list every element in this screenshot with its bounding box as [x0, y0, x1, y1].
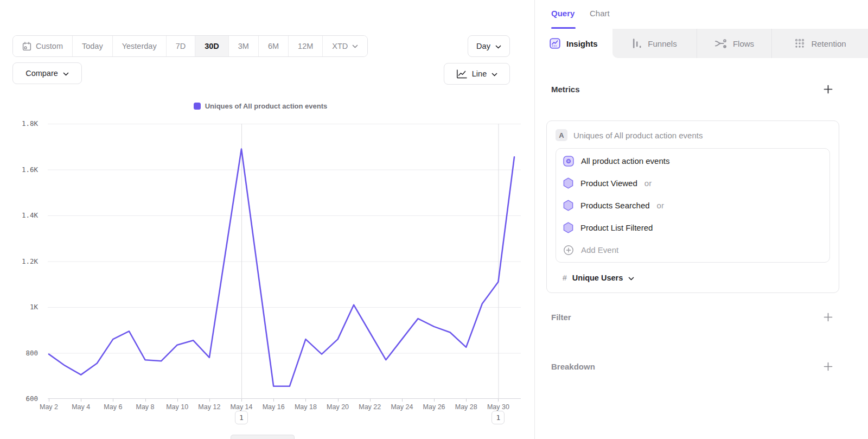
flows-icon	[714, 39, 727, 49]
event-row[interactable]: All product action events	[556, 150, 829, 172]
x-axis-tick	[402, 399, 403, 402]
y-axis-label: 1.4K	[0, 211, 38, 220]
add-event-button[interactable]: Add Event	[556, 239, 829, 261]
event-hexagon-icon	[563, 222, 573, 233]
annotation-badge[interactable]: 1	[492, 411, 505, 424]
x-axis-label: May 8	[136, 403, 154, 411]
chart-workspace: CustomTodayYesterday7D30D3M6M12MXTD Day …	[0, 0, 534, 439]
chevron-down-icon	[628, 273, 634, 283]
event-row[interactable]: Products Searchedor	[556, 194, 829, 217]
breakdown-section-heading: Breakdown	[551, 362, 595, 371]
x-axis-tick	[305, 399, 306, 402]
tab-retention[interactable]: Retention	[771, 29, 868, 58]
tab-chart[interactable]: Chart	[590, 0, 610, 27]
metric-card-header: A Uniques of All product action events	[556, 129, 830, 141]
tab-funnels[interactable]: Funnels	[612, 29, 697, 58]
insights-chart-icon	[550, 38, 560, 49]
event-hexagon-icon	[563, 177, 573, 189]
funnel-bars-icon	[632, 38, 642, 49]
x-axis-tick	[434, 399, 435, 402]
x-axis-label: May 12	[198, 403, 220, 411]
retention-dots-icon	[794, 38, 805, 49]
metric-card: A Uniques of All product action events A…	[546, 120, 839, 293]
measure-dropdown[interactable]: # Unique Users	[556, 271, 830, 285]
x-axis-tick	[113, 399, 113, 402]
metric-letter-badge: A	[556, 129, 567, 141]
measure-label: Unique Users	[572, 273, 623, 282]
y-axis-label: 800	[0, 349, 38, 358]
event-row[interactable]: Product List Filtered	[556, 217, 829, 239]
x-axis-tick	[498, 399, 499, 402]
event-name: Product List Filtered	[580, 223, 653, 232]
x-axis-tick	[370, 399, 371, 402]
x-axis-label: May 22	[359, 403, 381, 411]
x-axis-label: May 10	[166, 403, 188, 411]
event-row[interactable]: Product Viewedor	[556, 172, 829, 194]
partial-tooltip	[231, 435, 295, 439]
event-or-suffix: or	[657, 201, 664, 210]
all-events-icon	[563, 156, 574, 167]
x-axis-tick	[209, 399, 210, 402]
y-axis-label: 1.2K	[0, 257, 38, 266]
event-name: Product Viewed	[580, 179, 637, 188]
tab-flows[interactable]: Flows	[697, 29, 771, 58]
event-name: All product action events	[581, 156, 669, 166]
x-axis-tick	[177, 399, 178, 402]
chart-plot[interactable]	[48, 124, 521, 399]
x-axis-label: May 4	[72, 403, 90, 411]
x-axis-label: May 14	[231, 403, 253, 411]
event-or-suffix: or	[644, 179, 652, 188]
view-tab-bar: Query Chart	[535, 0, 868, 29]
number-hash-icon: #	[563, 273, 567, 282]
y-axis-label: 600	[0, 395, 38, 403]
chart-area: 1.8K1.6K1.4K1.2K1K800600May 2May 4May 6M…	[0, 0, 534, 439]
event-list: All product action eventsProduct Viewedo…	[556, 148, 830, 263]
add-breakdown-button[interactable]	[823, 362, 833, 372]
metric-title[interactable]: Uniques of All product action events	[573, 131, 703, 140]
annotation-badge[interactable]: 1	[235, 411, 248, 424]
tab-query[interactable]: Query	[551, 0, 575, 27]
query-builder-panel: Query Chart InsightsFunnelsFlowsRetentio…	[534, 0, 868, 439]
x-axis-tick	[145, 399, 146, 402]
filter-section-heading: Filter	[551, 313, 571, 322]
event-name: Products Searched	[580, 201, 650, 210]
tab-insights[interactable]: Insights	[535, 29, 612, 58]
y-axis-label: 1.6K	[0, 166, 38, 174]
add-metric-button[interactable]	[823, 85, 833, 94]
x-axis-tick	[466, 399, 467, 402]
add-filter-button[interactable]	[823, 313, 833, 322]
x-axis-label: May 28	[455, 403, 477, 411]
x-axis-label: May 26	[423, 403, 445, 411]
y-axis-label: 1.8K	[0, 119, 38, 128]
event-hexagon-icon	[563, 200, 573, 211]
x-axis-tick	[241, 399, 242, 402]
x-axis-tick	[273, 399, 274, 402]
x-axis-tick	[49, 399, 49, 402]
x-axis-label: May 2	[40, 403, 58, 411]
x-axis-label: May 18	[295, 403, 317, 411]
x-axis-tick	[81, 399, 81, 402]
x-axis-label: May 24	[391, 403, 413, 411]
x-axis-label: May 30	[487, 403, 509, 411]
report-type-tab-bar: InsightsFunnelsFlowsRetention	[535, 29, 868, 58]
y-axis-label: 1K	[0, 303, 38, 311]
add-circle-icon	[563, 245, 574, 256]
x-axis-tick	[338, 399, 339, 402]
x-axis-label: May 16	[263, 403, 285, 411]
metrics-heading: Metrics	[551, 85, 580, 94]
x-axis-label: May 6	[104, 403, 122, 411]
x-axis-label: May 20	[327, 403, 349, 411]
